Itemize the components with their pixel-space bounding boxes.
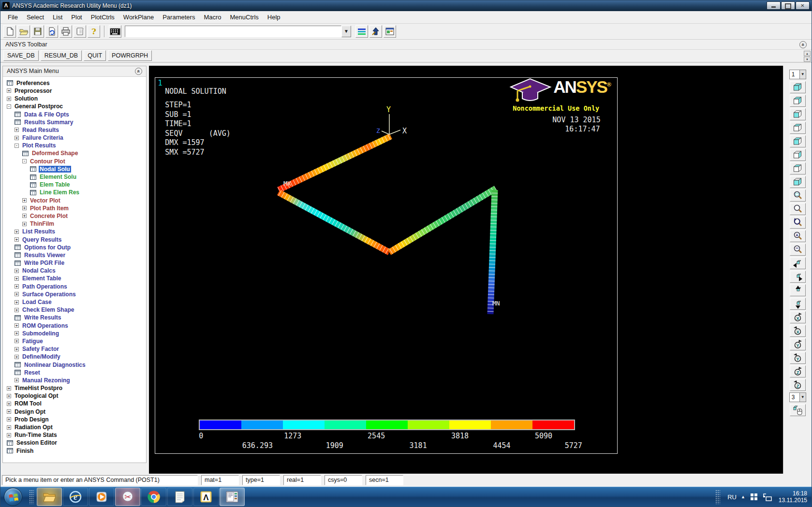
plot-window-select-dropdown-button[interactable]: ▼: [799, 70, 806, 79]
tree-item-load-case[interactable]: +Load Case: [3, 298, 146, 306]
expand-icon[interactable]: +: [15, 292, 19, 296]
language-indicator[interactable]: RU: [727, 493, 737, 501]
zoom-window-button[interactable]: [790, 189, 806, 202]
expand-icon[interactable]: +: [7, 425, 11, 430]
tree-item-preferences[interactable]: Preferences: [3, 79, 146, 87]
expand-icon[interactable]: +: [22, 214, 27, 218]
tree-item-safety-factor[interactable]: +Safety Factor: [3, 345, 146, 353]
menu-sheet-icon[interactable]: [15, 261, 21, 266]
view-oblique-button[interactable]: [790, 95, 806, 107]
taskbar-clock[interactable]: 16:18 13.11.2015: [779, 490, 807, 504]
rotate-rate-select[interactable]: 3▼: [789, 392, 806, 402]
print-button[interactable]: [59, 25, 72, 38]
tree-item-deformed-shape[interactable]: Deformed Shape: [3, 149, 146, 157]
expand-icon[interactable]: +: [15, 136, 19, 140]
tree-item-run-time-stats[interactable]: +Run-Time Stats: [3, 431, 146, 439]
collapse-toolbar-button[interactable]: «: [799, 41, 807, 48]
expand-icon[interactable]: +: [15, 300, 19, 304]
taskbar-app-chrome[interactable]: [141, 488, 166, 506]
zoom-back-button[interactable]: [790, 217, 806, 229]
toolbar-button-resum-db[interactable]: RESUM_DB: [41, 50, 82, 61]
rotate-x-plus-button[interactable]: X: [790, 311, 806, 323]
taskbar-app-notepad[interactable]: [167, 488, 192, 506]
rotate-y-minus-button[interactable]: Y: [790, 352, 806, 364]
tree-item-submodeling[interactable]: +Submodeling: [3, 330, 146, 337]
tree-item-concrete-plot[interactable]: +Concrete Plot: [3, 212, 146, 220]
tree-item-finish[interactable]: Finish: [3, 447, 146, 455]
plot-window-select[interactable]: 1▼: [789, 70, 806, 79]
view-right-button[interactable]: [790, 135, 806, 147]
rotate-y-plus-button[interactable]: Y: [790, 338, 806, 350]
collapse-icon[interactable]: -: [7, 104, 11, 109]
view-top-button[interactable]: [790, 162, 806, 174]
expand-icon[interactable]: +: [7, 386, 11, 391]
menu-workplane[interactable]: WorkPlane: [119, 12, 158, 23]
menu-sheet-icon[interactable]: [15, 370, 21, 375]
taskbar-app-media-player[interactable]: [89, 488, 114, 506]
tree-item-vector-plot[interactable]: +Vector Plot: [3, 197, 146, 204]
menu-help[interactable]: Help: [263, 12, 285, 23]
menu-sheet-icon[interactable]: [30, 182, 36, 188]
tree-item-manual-rezoning[interactable]: +Manual Rezoning: [3, 377, 146, 384]
tree-item-thinfilm[interactable]: +ThinFilm: [3, 220, 146, 228]
expand-icon[interactable]: +: [15, 355, 19, 359]
menu-sheet-icon[interactable]: [30, 166, 36, 172]
open-file-button[interactable]: [17, 25, 30, 38]
menu-select[interactable]: Select: [22, 12, 48, 23]
expand-icon[interactable]: +: [15, 323, 19, 328]
menu-sheet-icon[interactable]: [7, 80, 13, 86]
zoom-button[interactable]: [790, 203, 806, 215]
menu-plot[interactable]: Plot: [67, 12, 86, 23]
expand-icon[interactable]: +: [15, 284, 19, 289]
graphics-area[interactable]: 1 NODAL SOLUTIONSTEP=1SUB =1TIME=1SEQV (…: [149, 66, 783, 474]
rotate-rate-select-dropdown-button[interactable]: ▼: [799, 392, 806, 402]
menu-sheet-icon[interactable]: [15, 252, 21, 258]
menu-file[interactable]: File: [3, 12, 22, 23]
taskbar-app-ansys[interactable]: Λ: [193, 488, 219, 506]
tree-item-write-pgr-file[interactable]: Write PGR File: [3, 259, 146, 267]
start-button[interactable]: [4, 488, 22, 506]
tree-item-radiation-opt[interactable]: +Radiation Opt: [3, 423, 146, 431]
expand-icon[interactable]: +: [15, 331, 19, 335]
tree-item-nodal-solu[interactable]: Nodal Solu: [3, 165, 146, 173]
collapse-menu-button[interactable]: «: [135, 68, 142, 75]
tree-item-define-modify[interactable]: +Define/Modify: [3, 353, 146, 361]
expand-icon[interactable]: +: [15, 378, 19, 382]
view-left-button[interactable]: [790, 149, 806, 161]
menu-sheet-icon[interactable]: [30, 190, 36, 195]
command-prompt-button[interactable]: [109, 25, 121, 38]
zoom-in-button[interactable]: +: [790, 230, 806, 242]
expand-icon[interactable]: +: [7, 97, 11, 101]
tree-item-fatigue[interactable]: +Fatigue: [3, 337, 146, 345]
expand-icon[interactable]: +: [15, 308, 19, 312]
menu-sheet-icon[interactable]: [30, 174, 36, 180]
expand-icon[interactable]: +: [22, 198, 27, 203]
rotate-z-plus-button[interactable]: Z: [790, 365, 806, 377]
tree-item-rom-operations[interactable]: +ROM Operations: [3, 322, 146, 330]
close-button[interactable]: ✕: [796, 1, 810, 10]
action-center-icon[interactable]: [750, 493, 758, 501]
menu-sheet-icon[interactable]: [22, 151, 29, 156]
tree-item-options-for-outp[interactable]: Options for Outp: [3, 244, 146, 251]
taskbar-app-explorer[interactable]: [37, 488, 62, 506]
save-button[interactable]: [31, 25, 44, 38]
expand-icon[interactable]: +: [22, 222, 27, 226]
expand-icon[interactable]: +: [7, 417, 11, 421]
scroll-up-button[interactable]: ▲: [804, 51, 811, 56]
tree-item-element-table[interactable]: +Element Table: [3, 275, 146, 282]
tree-item-query-results[interactable]: +Query Results: [3, 235, 146, 243]
expand-icon[interactable]: +: [7, 433, 11, 437]
minimize-button[interactable]: [767, 1, 781, 10]
tree-item-element-solu[interactable]: Element Solu: [3, 173, 146, 181]
expand-icon[interactable]: +: [15, 128, 19, 132]
new-file-button[interactable]: [3, 25, 16, 38]
view-back-button[interactable]: [790, 122, 806, 134]
menu-sheet-icon[interactable]: [15, 245, 21, 250]
tree-item-rom-tool[interactable]: +ROM Tool: [3, 400, 146, 407]
expand-icon[interactable]: +: [22, 206, 27, 210]
expand-icon[interactable]: +: [15, 276, 19, 281]
tree-item-session-editor[interactable]: Session Editor: [3, 439, 146, 447]
contour-settings-button[interactable]: [355, 25, 368, 38]
menu-sheet-icon[interactable]: [15, 119, 21, 125]
tree-item-nonlinear-diagnostics[interactable]: Nonlinear Diagnostics: [3, 361, 146, 368]
